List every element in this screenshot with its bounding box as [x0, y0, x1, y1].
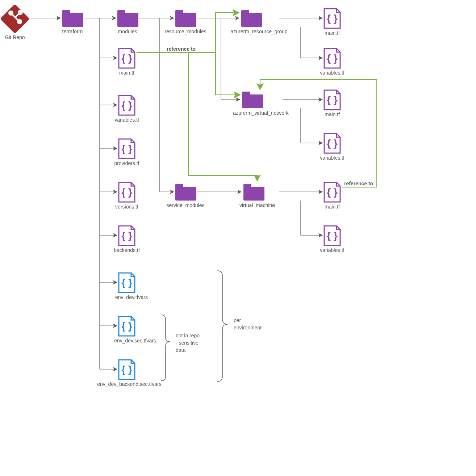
svg-text:providers.tf: providers.tf — [114, 160, 139, 166]
svg-text:main.tf: main.tf — [325, 111, 340, 117]
svg-text:environment: environment — [234, 325, 262, 330]
svg-text:azurerm_resource_group: azurerm_resource_group — [230, 29, 287, 34]
svg-text:versions.tf: versions.tf — [115, 204, 138, 210]
folder-terraform: terraform — [62, 10, 83, 34]
svg-text:virtual_machine: virtual_machine — [239, 202, 275, 208]
svg-text:variables.tf: variables.tf — [320, 70, 345, 76]
svg-text:main.tf: main.tf — [325, 204, 340, 210]
annotation-per-environment: per environment — [234, 317, 262, 330]
folder-azurerm-virtual-network: azurerm_virtual_network — [233, 92, 289, 116]
svg-text:per: per — [234, 317, 241, 323]
folder-azurerm-resource-group: azurerm_resource_group — [230, 10, 287, 34]
svg-text:azurerm_virtual_network: azurerm_virtual_network — [233, 110, 289, 116]
svg-text:main.tf: main.tf — [119, 70, 134, 76]
svg-text:env_dev_backend.sec.tfvars: env_dev_backend.sec.tfvars — [97, 381, 161, 387]
file-backends-tf: backends.tf — [114, 226, 140, 253]
svg-text:not in repo: not in repo — [176, 333, 200, 338]
folder-virtual-machine: virtual_machine — [239, 184, 275, 208]
git-repo-label: Git Repo — [5, 34, 25, 40]
file-rg-variables-tf: variables.tf — [320, 49, 345, 76]
brace-per-environment — [217, 271, 227, 382]
edge-label-ref2: reference to — [344, 181, 373, 186]
svg-text:backends.tf: backends.tf — [114, 247, 140, 253]
svg-text:variables.tf: variables.tf — [320, 155, 345, 161]
svg-text:variables.tf: variables.tf — [114, 117, 139, 123]
svg-text:env_dev.tfvars: env_dev.tfvars — [115, 294, 148, 300]
file-env-dev-sec-tfvars: env_dev.sec.tfvars — [114, 316, 156, 344]
file-env-dev-backend-sec-tfvars: env_dev_backend.sec.tfvars — [97, 360, 161, 387]
svg-point-5 — [18, 20, 21, 24]
folder-modules: modules — [117, 10, 138, 34]
annotation-not-in-repo: not in repo - sensitive data — [176, 333, 200, 353]
svg-text:main.tf: main.tf — [325, 30, 340, 36]
svg-text:- sensitive: - sensitive — [176, 340, 199, 346]
svg-text:data: data — [176, 347, 185, 353]
file-env-dev-tfvars: env_dev.tfvars — [115, 273, 148, 300]
file-providers-tf: providers.tf — [114, 139, 139, 166]
file-vn-main-tf: main.tf — [324, 90, 340, 117]
file-vm-variables-tf: variables.tf — [320, 226, 345, 253]
svg-text:service_modules: service_modules — [166, 202, 204, 208]
svg-text:resource_modules: resource_modules — [164, 29, 206, 34]
file-main-tf-root: main.tf — [119, 49, 135, 76]
file-versions-tf: versions.tf — [115, 182, 138, 210]
svg-text:variables.tf: variables.tf — [320, 247, 345, 253]
git-icon — [1, 5, 29, 33]
file-vn-variables-tf: variables.tf — [320, 134, 345, 161]
edge-label-ref1: reference to — [167, 46, 196, 52]
file-variables-tf-root: variables.tf — [114, 96, 139, 123]
file-rg-main-tf: main.tf — [324, 9, 340, 36]
git-repo-node: Git Repo — [1, 5, 29, 40]
folder-resource-modules: resource_modules — [164, 10, 206, 34]
svg-point-4 — [9, 11, 13, 15]
brace-not-in-repo — [161, 315, 170, 381]
svg-point-6 — [18, 10, 22, 14]
folder-service-modules: service_modules — [166, 184, 204, 208]
svg-text:env_dev.sec.tfvars: env_dev.sec.tfvars — [114, 338, 156, 344]
svg-text:terraform: terraform — [62, 29, 83, 34]
svg-text:modules: modules — [118, 29, 137, 34]
file-vm-main-tf: main.tf — [324, 182, 340, 210]
